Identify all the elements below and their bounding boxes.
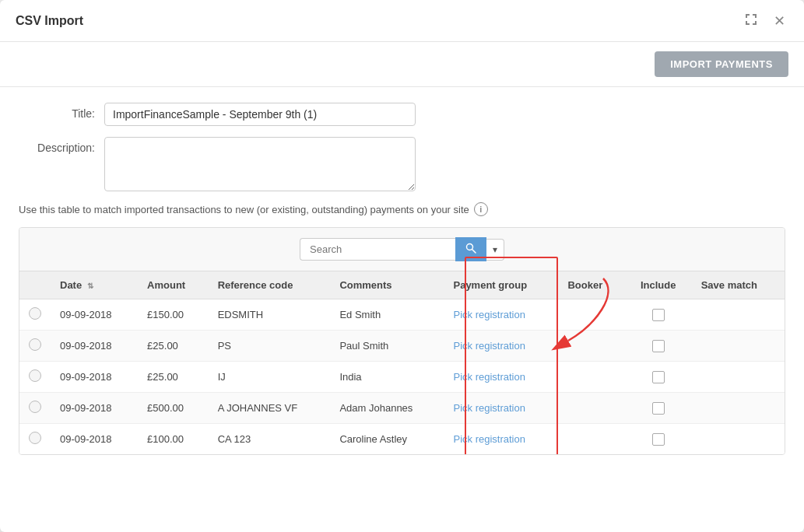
row-comments: India [330,362,444,393]
table-row: 09-09-2018£100.00CA 123Caroline AstleyPi… [19,424,785,455]
transactions-table: Date ⇅ Amount Reference code Comments Pa… [19,271,785,454]
date-sort-icon: ⇅ [87,282,93,290]
row-status [19,331,51,362]
table-header-row: Date ⇅ Amount Reference code Comments Pa… [19,271,785,299]
include-checkbox[interactable] [652,402,665,415]
row-date: 09-09-2018 [51,299,138,331]
row-payment-group: Pick registration [444,331,558,362]
info-text-row: Use this table to match imported transac… [19,202,785,216]
col-header-comments: Comments [330,271,444,299]
svg-rect-1 [746,14,747,18]
row-reference-code: A JOHANNES VF [209,393,331,424]
col-header-include: Include [625,271,692,299]
row-status [19,362,51,393]
description-label: Description: [19,137,104,154]
row-status [19,299,51,331]
row-reference-code: EDSMITH [209,299,331,331]
info-icon: i [474,202,488,216]
row-booker [558,393,624,424]
modal-header: CSV Import ✕ [0,0,804,42]
col-header-status [19,271,51,299]
row-date: 09-09-2018 [51,331,138,362]
search-button[interactable] [455,237,486,261]
row-include [625,393,692,424]
row-comments: Paul Smith [330,331,444,362]
row-include [625,299,692,331]
row-reference-code: PS [209,331,331,362]
svg-rect-5 [746,21,747,25]
row-amount: £100.00 [138,424,209,455]
svg-rect-7 [755,21,757,25]
row-reference-code: IJ [209,362,331,393]
search-dropdown-button[interactable]: ▾ [486,239,504,261]
pick-registration-button[interactable]: Pick registration [453,402,525,414]
pick-registration-button[interactable]: Pick registration [453,340,525,352]
title-input[interactable] [104,103,416,126]
pick-registration-button[interactable]: Pick registration [453,371,525,383]
info-text: Use this table to match imported transac… [19,204,469,215]
pick-registration-button[interactable]: Pick registration [453,309,525,320]
row-status [19,424,51,455]
import-payments-button[interactable]: IMPORT PAYMENTS [655,51,788,77]
row-reference-code: CA 123 [209,424,331,455]
modal-body: Title: Description: Use this table to ma… [0,87,804,532]
search-icon [465,243,476,254]
table-row: 09-09-2018£500.00A JOHANNES VFAdam Johan… [19,393,785,424]
row-comments: Adam Johannes [330,393,444,424]
table-row: 09-09-2018£25.00PSPaul SmithPick registr… [19,331,785,362]
row-booker [558,362,624,393]
row-payment-group: Pick registration [444,393,558,424]
expand-button[interactable] [741,11,761,30]
row-include [625,424,692,455]
modal-header-actions: ✕ [741,11,788,30]
row-save-match [692,424,785,455]
include-checkbox[interactable] [652,433,665,446]
table-row: 09-09-2018£150.00EDSMITHEd SmithPick reg… [19,299,785,331]
row-include [625,331,692,362]
title-row: Title: [19,103,785,126]
row-booker [558,424,624,455]
transactions-table-container: ▾ Date ⇅ Amount Reference code Comments … [19,227,785,455]
row-comments: Ed Smith [330,299,444,331]
row-booker [558,299,624,331]
row-date: 09-09-2018 [51,424,138,455]
row-amount: £25.00 [138,362,209,393]
row-amount: £500.00 [138,393,209,424]
table-row: 09-09-2018£25.00IJIndiaPick registration [19,362,785,393]
csv-import-modal: CSV Import ✕ IMPORT PAYMENTS [0,0,804,532]
description-textarea[interactable] [104,137,416,191]
row-save-match [692,331,785,362]
row-save-match [692,393,785,424]
row-date: 09-09-2018 [51,362,138,393]
modal-title: CSV Import [16,14,83,28]
include-checkbox[interactable] [652,371,665,383]
row-date: 09-09-2018 [51,393,138,424]
include-checkbox[interactable] [652,309,665,321]
col-header-save-match: Save match [692,271,785,299]
row-save-match [692,362,785,393]
row-save-match [692,299,785,331]
row-comments: Caroline Astley [330,424,444,455]
row-booker [558,331,624,362]
title-label: Title: [19,103,104,120]
col-header-date[interactable]: Date ⇅ [51,271,138,299]
col-header-reference-code: Reference code [209,271,331,299]
svg-line-9 [472,250,476,254]
col-header-payment-group: Payment group [444,271,558,299]
search-input[interactable] [300,238,455,261]
pick-registration-button[interactable]: Pick registration [453,433,525,445]
row-include [625,362,692,393]
col-header-amount: Amount [138,271,209,299]
close-button[interactable]: ✕ [771,12,788,30]
row-status [19,393,51,424]
row-amount: £25.00 [138,331,209,362]
modal-toolbar: IMPORT PAYMENTS [0,42,804,87]
row-payment-group: Pick registration [444,362,558,393]
col-header-booker: Booker [558,271,624,299]
row-payment-group: Pick registration [444,299,558,331]
svg-rect-3 [755,14,757,18]
description-row: Description: [19,137,785,191]
search-bar: ▾ [19,228,785,271]
include-checkbox[interactable] [652,340,665,352]
row-payment-group: Pick registration [444,424,558,455]
